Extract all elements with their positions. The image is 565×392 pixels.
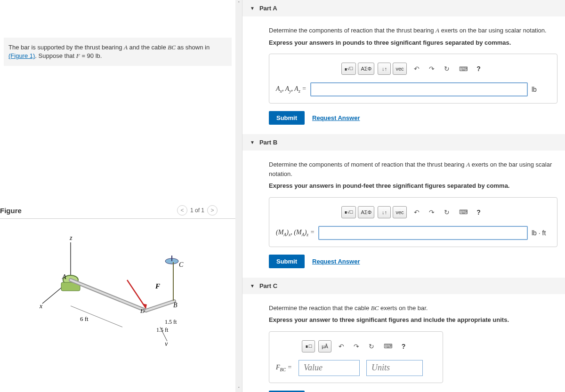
part-a-unit: lb xyxy=(532,86,550,93)
point-B-label: B xyxy=(173,302,178,309)
problem-text: . Suppose that xyxy=(35,52,76,59)
dim-1.5ft-1: 1.5 ft xyxy=(165,319,177,325)
svg-line-5 xyxy=(71,280,146,311)
axis-x-label: x xyxy=(39,303,43,310)
axis-y-label: y xyxy=(164,340,168,346)
figure-prev-button[interactable]: < xyxy=(177,205,187,216)
undo-button[interactable]: ↶ xyxy=(410,206,423,218)
part-c-var-label: FBC = xyxy=(276,364,292,372)
part-a-title: Part A xyxy=(259,5,277,12)
reset-button[interactable]: ↻ xyxy=(440,63,453,75)
part-c-prompt1: Determine the reaction that the cable BC… xyxy=(269,304,557,313)
problem-text: and the cable xyxy=(128,44,168,51)
templates-icon: ∎ xyxy=(344,66,347,72)
axis-z-label: z xyxy=(69,234,73,241)
force-F-label: F xyxy=(155,282,160,290)
units-symbol-button[interactable]: μÅ xyxy=(318,340,331,352)
part-b-input[interactable] xyxy=(318,226,528,240)
var-BC: BC xyxy=(168,44,176,51)
figure-diagram: z x A 6 ft D xyxy=(0,219,235,347)
part-c-toolbar: ∎☐ μÅ ↶ ↷ ↻ ⌨ ? xyxy=(276,340,436,352)
part-a-submit-button[interactable]: Submit xyxy=(269,111,305,125)
svg-line-6 xyxy=(71,306,122,327)
part-b-submit-button[interactable]: Submit xyxy=(269,255,305,268)
problem-text: as shown in xyxy=(176,44,210,51)
part-a-toolbar: ∎√☐ ΑΣΦ ↓↑ vec ↶ ↷ ↻ ⌨ ? xyxy=(276,63,550,75)
left-panel: The bar is supported by the thrust beari… xyxy=(0,0,235,392)
var-F: F xyxy=(76,52,80,59)
help-button[interactable]: ? xyxy=(472,63,485,75)
part-b-request-answer-link[interactable]: Request Answer xyxy=(312,258,360,265)
part-c-value-input[interactable] xyxy=(299,360,360,376)
undo-button[interactable]: ↶ xyxy=(335,340,348,352)
part-b-title: Part B xyxy=(259,139,277,146)
problem-statement: The bar is supported by the thrust beari… xyxy=(4,38,232,66)
part-c-units-input[interactable] xyxy=(366,360,423,376)
part-b-prompt1: Determine the components of moment of re… xyxy=(269,160,557,178)
part-a-prompt2: Express your answers in pounds to three … xyxy=(269,38,557,48)
part-b-toolbar: ∎√☐ ΑΣΦ ↓↑ vec ↶ ↷ ↻ ⌨ ? xyxy=(276,206,550,218)
part-c: Part C Determine the reaction that the c… xyxy=(242,278,565,392)
figure-next-button[interactable]: > xyxy=(207,205,218,216)
right-panel: Part A Determine the components of react… xyxy=(242,0,565,392)
help-button[interactable]: ? xyxy=(472,206,485,218)
point-C-label: C xyxy=(179,261,184,268)
greek-button[interactable]: ΑΣΦ xyxy=(358,63,374,75)
part-b-answer-box: ∎√☐ ΑΣΦ ↓↑ vec ↶ ↷ ↻ ⌨ ? (MA)x, (MA)z = … xyxy=(269,197,557,247)
redo-button[interactable]: ↷ xyxy=(425,63,438,75)
figure-section: Figure < 1 of 1 > z x xyxy=(0,202,235,347)
undo-button[interactable]: ↶ xyxy=(410,63,423,75)
templates-button[interactable]: ∎√☐ xyxy=(341,206,356,218)
var-A: A xyxy=(124,44,128,51)
part-a-prompt1: Determine the components of reaction tha… xyxy=(269,26,557,35)
figure-title: Figure xyxy=(0,207,22,215)
part-b: Part B Determine the components of momen… xyxy=(242,134,565,278)
figure-nav: < 1 of 1 > xyxy=(177,205,218,216)
part-c-answer-box: ∎☐ μÅ ↶ ↷ ↻ ⌨ ? FBC = xyxy=(269,331,443,383)
part-b-header[interactable]: Part B xyxy=(242,134,565,151)
scroll-up-icon: ˄ xyxy=(236,1,241,6)
scroll-down-icon: ˅ xyxy=(236,386,241,391)
templates-button[interactable]: ∎√☐ xyxy=(341,63,356,75)
vec-button[interactable]: vec xyxy=(393,63,406,75)
part-c-header[interactable]: Part C xyxy=(242,278,565,294)
keyboard-button[interactable]: ⌨ xyxy=(457,63,470,75)
subsup-button[interactable]: ↓↑ xyxy=(378,63,391,75)
part-a-var-label: Ax, Ay, Az = xyxy=(276,85,307,94)
keyboard-button[interactable]: ⌨ xyxy=(457,206,470,218)
reset-button[interactable]: ↻ xyxy=(365,340,378,352)
templates-icon: ∎ xyxy=(344,209,347,215)
greek-button[interactable]: ΑΣΦ xyxy=(358,206,374,218)
part-c-title: Part C xyxy=(259,282,277,289)
svg-line-10 xyxy=(146,301,174,311)
part-a-request-answer-link[interactable]: Request Answer xyxy=(312,114,360,121)
dim-6ft: 6 ft xyxy=(80,315,89,322)
figure-counter: 1 of 1 xyxy=(190,207,204,214)
part-c-submit-button[interactable]: Submit xyxy=(269,391,305,392)
keyboard-button[interactable]: ⌨ xyxy=(381,340,395,352)
point-A-label: A xyxy=(62,273,66,280)
templates-icon: ∎ xyxy=(305,343,308,349)
reset-button[interactable]: ↻ xyxy=(440,206,453,218)
redo-button[interactable]: ↷ xyxy=(350,340,363,352)
help-button[interactable]: ? xyxy=(397,340,410,352)
part-c-prompt2: Express your answer to three significant… xyxy=(269,315,557,325)
part-a-answer-box: ∎√☐ ΑΣΦ ↓↑ vec ↶ ↷ ↻ ⌨ ? Ax, Ay, Az = lb xyxy=(269,54,557,104)
part-b-prompt2: Express your answers in pound-feet three… xyxy=(269,181,557,191)
part-a: Part A Determine the components of react… xyxy=(242,0,565,134)
part-a-header[interactable]: Part A xyxy=(242,0,565,16)
part-b-var-label: (MA)x, (MA)z = xyxy=(276,229,315,237)
figure-link[interactable]: (Figure 1) xyxy=(8,52,35,59)
panel-scrollbar[interactable]: ˄ ˅ xyxy=(235,0,242,392)
subsup-button[interactable]: ↓↑ xyxy=(378,206,391,218)
part-a-input[interactable] xyxy=(310,82,528,96)
part-b-unit: lb · ft xyxy=(532,229,550,237)
vec-button[interactable]: vec xyxy=(393,206,406,218)
problem-text: The bar is supported by the thrust beari… xyxy=(8,44,124,51)
problem-text: = 90 lb. xyxy=(80,52,102,59)
figure-header: Figure < 1 of 1 > xyxy=(0,202,235,219)
redo-button[interactable]: ↷ xyxy=(425,206,438,218)
templates-button[interactable]: ∎☐ xyxy=(302,340,315,352)
